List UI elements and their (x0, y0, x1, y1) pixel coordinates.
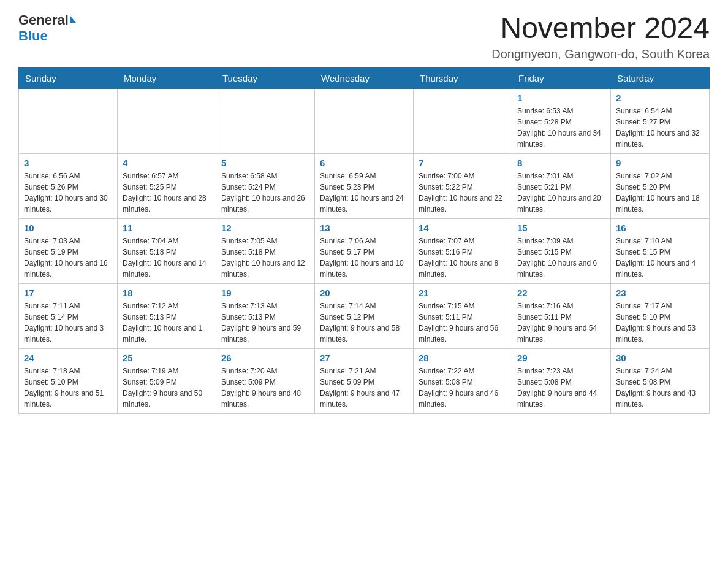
day-info: Sunrise: 7:09 AMSunset: 5:15 PMDaylight:… (517, 236, 605, 280)
day-number: 15 (517, 223, 605, 233)
calendar-day-cell: 1Sunrise: 6:53 AMSunset: 5:28 PMDaylight… (512, 88, 611, 153)
day-info: Sunrise: 7:21 AMSunset: 5:09 PMDaylight:… (320, 366, 408, 410)
calendar-day-cell: 15Sunrise: 7:09 AMSunset: 5:15 PMDayligh… (512, 218, 611, 283)
day-info: Sunrise: 7:19 AMSunset: 5:09 PMDaylight:… (123, 366, 211, 410)
day-info: Sunrise: 6:59 AMSunset: 5:23 PMDaylight:… (320, 170, 408, 215)
logo-general-text: General (18, 12, 69, 28)
day-number: 29 (517, 353, 605, 363)
calendar-day-cell: 8Sunrise: 7:01 AMSunset: 5:21 PMDaylight… (512, 153, 611, 218)
day-number: 28 (419, 353, 507, 363)
calendar-day-cell: 30Sunrise: 7:24 AMSunset: 5:08 PMDayligh… (611, 348, 710, 413)
calendar-day-cell: 13Sunrise: 7:06 AMSunset: 5:17 PMDayligh… (315, 218, 414, 283)
day-info: Sunrise: 7:22 AMSunset: 5:08 PMDaylight:… (419, 366, 507, 410)
day-info: Sunrise: 7:20 AMSunset: 5:09 PMDaylight:… (221, 366, 309, 410)
day-number: 10 (24, 223, 112, 233)
day-info: Sunrise: 7:23 AMSunset: 5:08 PMDaylight:… (517, 366, 605, 410)
day-info: Sunrise: 7:06 AMSunset: 5:17 PMDaylight:… (320, 236, 408, 280)
calendar-day-cell: 18Sunrise: 7:12 AMSunset: 5:13 PMDayligh… (118, 283, 216, 348)
day-info: Sunrise: 6:57 AMSunset: 5:25 PMDaylight:… (123, 170, 211, 215)
calendar-week-row: 24Sunrise: 7:18 AMSunset: 5:10 PMDayligh… (19, 348, 710, 413)
day-number: 19 (221, 288, 309, 298)
day-number: 17 (24, 288, 112, 298)
day-number: 4 (123, 158, 211, 168)
day-info: Sunrise: 7:03 AMSunset: 5:19 PMDaylight:… (24, 236, 112, 280)
day-info: Sunrise: 7:11 AMSunset: 5:14 PMDaylight:… (24, 301, 112, 345)
calendar-table: SundayMondayTuesdayWednesdayThursdayFrid… (18, 67, 710, 414)
day-number: 20 (320, 288, 408, 298)
weekday-header: Saturday (611, 67, 710, 88)
day-number: 26 (221, 353, 309, 363)
logo-triangle-icon (70, 15, 76, 23)
calendar-week-row: 17Sunrise: 7:11 AMSunset: 5:14 PMDayligh… (19, 283, 710, 348)
day-number: 22 (517, 288, 605, 298)
calendar-day-cell: 28Sunrise: 7:22 AMSunset: 5:08 PMDayligh… (414, 348, 512, 413)
day-info: Sunrise: 7:24 AMSunset: 5:08 PMDaylight:… (616, 366, 704, 410)
calendar-header-row: SundayMondayTuesdayWednesdayThursdayFrid… (19, 67, 710, 88)
calendar-week-row: 10Sunrise: 7:03 AMSunset: 5:19 PMDayligh… (19, 218, 710, 283)
day-info: Sunrise: 6:56 AMSunset: 5:26 PMDaylight:… (24, 170, 112, 215)
day-info: Sunrise: 7:04 AMSunset: 5:18 PMDaylight:… (123, 236, 211, 280)
day-number: 9 (616, 158, 704, 168)
day-number: 5 (221, 158, 309, 168)
calendar-day-cell: 10Sunrise: 7:03 AMSunset: 5:19 PMDayligh… (19, 218, 118, 283)
calendar-day-cell: 5Sunrise: 6:58 AMSunset: 5:24 PMDaylight… (216, 153, 315, 218)
calendar-day-cell: 25Sunrise: 7:19 AMSunset: 5:09 PMDayligh… (118, 348, 216, 413)
calendar-day-cell: 11Sunrise: 7:04 AMSunset: 5:18 PMDayligh… (118, 218, 216, 283)
calendar-day-cell: 20Sunrise: 7:14 AMSunset: 5:12 PMDayligh… (315, 283, 414, 348)
day-number: 25 (123, 353, 211, 363)
day-info: Sunrise: 7:02 AMSunset: 5:20 PMDaylight:… (616, 170, 704, 215)
calendar-day-cell: 22Sunrise: 7:16 AMSunset: 5:11 PMDayligh… (512, 283, 611, 348)
calendar-day-cell: 24Sunrise: 7:18 AMSunset: 5:10 PMDayligh… (19, 348, 118, 413)
day-info: Sunrise: 7:17 AMSunset: 5:10 PMDaylight:… (616, 301, 704, 345)
calendar-day-cell (19, 88, 118, 153)
weekday-header: Sunday (19, 67, 118, 88)
day-number: 18 (123, 288, 211, 298)
calendar-day-cell: 2Sunrise: 6:54 AMSunset: 5:27 PMDaylight… (611, 88, 710, 153)
day-number: 21 (419, 288, 507, 298)
calendar-week-row: 1Sunrise: 6:53 AMSunset: 5:28 PMDaylight… (19, 88, 710, 153)
weekday-header: Thursday (414, 67, 512, 88)
day-number: 14 (419, 223, 507, 233)
day-info: Sunrise: 6:54 AMSunset: 5:27 PMDaylight:… (616, 105, 704, 150)
calendar-day-cell: 14Sunrise: 7:07 AMSunset: 5:16 PMDayligh… (414, 218, 512, 283)
title-area: November 2024 Dongmyeon, Gangwon-do, Sou… (491, 12, 710, 61)
calendar-day-cell: 6Sunrise: 6:59 AMSunset: 5:23 PMDaylight… (315, 153, 414, 218)
calendar-day-cell: 23Sunrise: 7:17 AMSunset: 5:10 PMDayligh… (611, 283, 710, 348)
month-title: November 2024 (491, 12, 710, 45)
calendar-week-row: 3Sunrise: 6:56 AMSunset: 5:26 PMDaylight… (19, 153, 710, 218)
weekday-header: Tuesday (216, 67, 315, 88)
day-info: Sunrise: 7:16 AMSunset: 5:11 PMDaylight:… (517, 301, 605, 345)
day-info: Sunrise: 7:10 AMSunset: 5:15 PMDaylight:… (616, 236, 704, 280)
day-number: 2 (616, 93, 704, 103)
day-info: Sunrise: 7:18 AMSunset: 5:10 PMDaylight:… (24, 366, 112, 410)
day-info: Sunrise: 6:53 AMSunset: 5:28 PMDaylight:… (517, 105, 605, 150)
calendar-day-cell: 19Sunrise: 7:13 AMSunset: 5:13 PMDayligh… (216, 283, 315, 348)
weekday-header: Friday (512, 67, 611, 88)
calendar-day-cell (315, 88, 414, 153)
day-info: Sunrise: 6:58 AMSunset: 5:24 PMDaylight:… (221, 170, 309, 215)
day-number: 12 (221, 223, 309, 233)
weekday-header: Monday (118, 67, 216, 88)
calendar-day-cell (118, 88, 216, 153)
logo-blue-text: Blue (18, 28, 48, 44)
day-info: Sunrise: 7:00 AMSunset: 5:22 PMDaylight:… (419, 170, 507, 215)
day-info: Sunrise: 7:15 AMSunset: 5:11 PMDaylight:… (419, 301, 507, 345)
day-number: 13 (320, 223, 408, 233)
calendar-day-cell (414, 88, 512, 153)
day-number: 30 (616, 353, 704, 363)
day-info: Sunrise: 7:12 AMSunset: 5:13 PMDaylight:… (123, 301, 211, 345)
calendar-day-cell: 12Sunrise: 7:05 AMSunset: 5:18 PMDayligh… (216, 218, 315, 283)
day-info: Sunrise: 7:13 AMSunset: 5:13 PMDaylight:… (221, 301, 309, 345)
page-header: General Blue November 2024 Dongmyeon, Ga… (18, 12, 710, 61)
calendar-day-cell: 9Sunrise: 7:02 AMSunset: 5:20 PMDaylight… (611, 153, 710, 218)
day-number: 23 (616, 288, 704, 298)
day-info: Sunrise: 7:01 AMSunset: 5:21 PMDaylight:… (517, 170, 605, 215)
calendar-day-cell: 16Sunrise: 7:10 AMSunset: 5:15 PMDayligh… (611, 218, 710, 283)
day-number: 1 (517, 93, 605, 103)
calendar-day-cell: 4Sunrise: 6:57 AMSunset: 5:25 PMDaylight… (118, 153, 216, 218)
weekday-header: Wednesday (315, 67, 414, 88)
calendar-day-cell: 3Sunrise: 6:56 AMSunset: 5:26 PMDaylight… (19, 153, 118, 218)
day-number: 24 (24, 353, 112, 363)
day-number: 3 (24, 158, 112, 168)
day-number: 11 (123, 223, 211, 233)
